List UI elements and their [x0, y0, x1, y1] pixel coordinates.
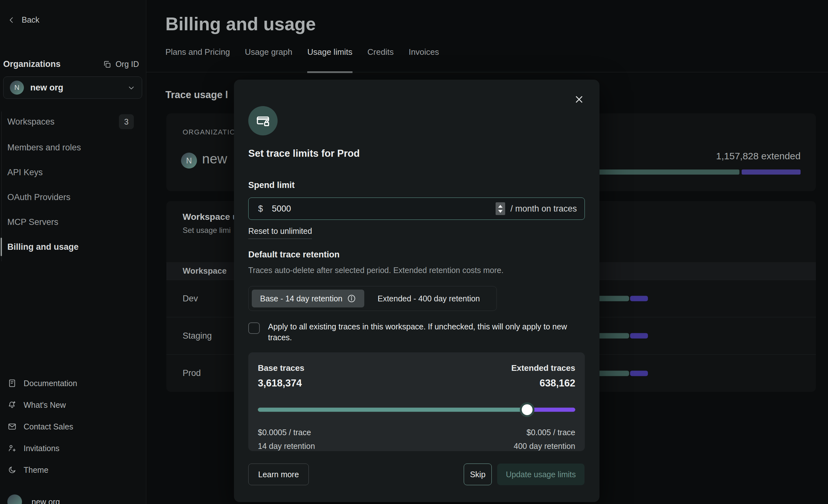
workspaces-count-badge: 3 — [119, 114, 134, 129]
usage-bar-extended — [630, 333, 648, 339]
spend-suffix: / month on traces — [510, 204, 577, 214]
workspace-name: Staging — [182, 331, 212, 341]
skip-button[interactable]: Skip — [464, 464, 492, 485]
extended-price: $0.005 / trace — [527, 428, 575, 437]
nav-label: Members and roles — [7, 143, 81, 153]
nav-label: Billing and usage — [7, 242, 79, 252]
org-usage-label: 1,157,828 extended — [716, 151, 800, 162]
org-id-button[interactable]: Org ID — [102, 59, 139, 69]
org-card-eyebrow: ORGANIZATIO — [182, 128, 236, 136]
org-switcher-name: new org — [30, 83, 121, 93]
org-usage-bar-extended — [742, 169, 800, 175]
tab-credits[interactable]: Credits — [368, 47, 394, 73]
footer-label: Documentation — [24, 379, 77, 388]
retention-option-base[interactable]: Base - 14 day retention — [252, 290, 364, 307]
info-icon — [347, 294, 356, 303]
reset-to-unlimited-link[interactable]: Reset to unlimited — [248, 226, 312, 239]
moon-icon — [8, 465, 16, 474]
sidebar-item-mcp-servers[interactable]: MCP Servers — [7, 212, 139, 232]
retention-option-extended[interactable]: Extended - 400 day retention — [364, 290, 494, 307]
nav-label: OAuth Providers — [7, 193, 71, 202]
extended-period: 400 day retention — [514, 442, 575, 451]
currency-symbol: $ — [258, 204, 263, 214]
user-menu[interactable]: new org — [7, 495, 60, 504]
sidebar-item-members[interactable]: Members and roles — [7, 138, 139, 157]
tab-usage-limits[interactable]: Usage limits — [307, 47, 353, 73]
sidebar-item-whats-new[interactable]: What's New — [8, 396, 66, 413]
document-icon — [8, 379, 16, 388]
user-name: new org — [32, 497, 60, 504]
back-label: Back — [22, 15, 40, 25]
spend-limit-label: Spend limit — [248, 180, 295, 190]
workspace-name: Prod — [182, 368, 201, 378]
user-avatar — [7, 495, 22, 504]
close-icon — [574, 95, 584, 104]
back-button[interactable]: Back — [8, 15, 40, 25]
sidebar-item-oauth[interactable]: OAuth Providers — [7, 187, 139, 207]
nav-label: Workspaces — [7, 117, 54, 127]
apply-existing-row: Apply to all existing traces in this wor… — [248, 321, 584, 343]
tab-invoices[interactable]: Invoices — [409, 47, 439, 73]
tab-usage-graph[interactable]: Usage graph — [245, 47, 292, 73]
org-switcher[interactable]: N new org — [3, 77, 142, 99]
workspace-card-subtitle: Set usage limi — [182, 226, 231, 235]
page-title: Billing and usage — [165, 13, 316, 34]
nav-label: MCP Servers — [7, 217, 58, 227]
organizations-heading: Organizations — [3, 59, 60, 69]
base-price: $0.0005 / trace — [258, 428, 311, 437]
extended-traces-value: 638,162 — [540, 378, 575, 389]
tabs-divider — [146, 72, 828, 72]
active-nav-indicator — [1, 238, 2, 256]
workspace-name: Dev — [182, 294, 198, 304]
org-card-avatar: N — [181, 153, 197, 169]
option-label: Base - 14 day retention — [260, 294, 343, 303]
retention-heading: Default trace retention — [248, 250, 340, 260]
section-heading: Trace usage l — [165, 89, 228, 101]
retention-description: Traces auto-delete after selected period… — [248, 266, 504, 275]
learn-more-button[interactable]: Learn more — [248, 464, 309, 485]
sidebar-item-contact-sales[interactable]: Contact Sales — [8, 418, 73, 435]
footer-label: Theme — [24, 465, 48, 475]
spend-limit-field: $ / month on traces — [248, 198, 585, 220]
sidebar: Back Organizations Org ID N new org Work… — [0, 0, 146, 504]
sidebar-item-workspaces[interactable]: Workspaces 3 — [7, 112, 139, 132]
retention-segmented-control: Base - 14 day retention Extended - 400 d… — [248, 286, 497, 311]
workspace-card-title: Workspace u — [182, 212, 238, 222]
usage-bar-extended — [630, 296, 648, 301]
nav-label: API Keys — [7, 168, 43, 177]
footer-label: Contact Sales — [24, 422, 73, 431]
sidebar-item-invitations[interactable]: Invitations — [8, 440, 59, 457]
set-trace-limits-dialog: Set trace limits for Prod Spend limit $ … — [234, 80, 599, 502]
tab-plans-and-pricing[interactable]: Plans and Pricing — [165, 47, 230, 73]
sidebar-item-billing[interactable]: Billing and usage — [7, 237, 139, 257]
chevron-left-icon — [8, 16, 16, 24]
close-button[interactable] — [572, 92, 586, 107]
sidebar-item-documentation[interactable]: Documentation — [8, 375, 77, 391]
spend-limit-input[interactable] — [272, 204, 496, 214]
person-add-icon — [8, 444, 16, 453]
base-period: 14 day retention — [258, 442, 315, 451]
envelope-icon — [8, 422, 16, 431]
bell-icon — [8, 401, 16, 409]
slider-handle[interactable] — [520, 403, 535, 417]
dialog-title: Set trace limits for Prod — [248, 148, 360, 159]
apply-existing-label: Apply to all existing traces in this wor… — [268, 321, 584, 343]
credit-card-lock-icon — [248, 106, 278, 135]
number-stepper[interactable] — [496, 202, 505, 215]
extended-traces-label: Extended traces — [511, 363, 575, 373]
stepper-up-icon — [498, 205, 503, 208]
tab-bar: Plans and Pricing Usage graph Usage limi… — [165, 47, 439, 73]
org-card-name: new — [202, 151, 227, 167]
org-id-label: Org ID — [115, 59, 139, 69]
apply-existing-checkbox[interactable] — [248, 323, 260, 334]
sidebar-item-api-keys[interactable]: API Keys — [7, 163, 139, 182]
trace-split-panel: Base traces Extended traces 3,618,374 63… — [248, 352, 585, 451]
usage-bar-extended — [630, 371, 648, 376]
sidebar-item-theme[interactable]: Theme — [8, 462, 48, 478]
update-usage-limits-button[interactable]: Update usage limits — [497, 464, 584, 485]
org-avatar: N — [10, 81, 24, 95]
base-traces-value: 3,618,374 — [258, 378, 302, 389]
footer-label: What's New — [24, 401, 66, 410]
trace-split-slider[interactable] — [258, 403, 575, 417]
copy-icon — [102, 60, 112, 69]
